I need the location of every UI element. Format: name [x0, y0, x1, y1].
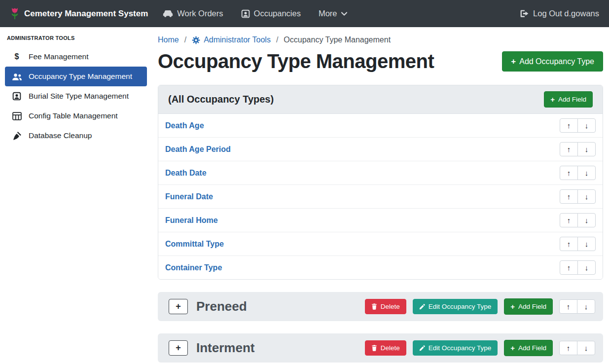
arrow-up-icon: ↑	[567, 263, 571, 272]
nav-work-orders-label: Work Orders	[177, 9, 223, 18]
sidebar-item-label: Fee Management	[29, 52, 89, 61]
field-row: Funeral Date ↑ ↓	[158, 185, 603, 209]
move-down-button[interactable]: ↓	[577, 237, 596, 251]
reorder-group: ↑ ↓	[560, 166, 596, 180]
add-field-button[interactable]: + Add Field	[504, 298, 553, 315]
move-up-button[interactable]: ↑	[560, 213, 578, 227]
person-frame-icon	[10, 92, 24, 101]
sidebar-item-fee-management[interactable]: $ Fee Management	[5, 47, 147, 67]
field-link-container-type[interactable]: Container Type	[165, 263, 222, 272]
broom-icon	[10, 131, 24, 141]
arrow-up-icon: ↑	[567, 121, 571, 130]
logout-link[interactable]: Log Out d.gowans	[520, 9, 599, 18]
delete-label: Delete	[381, 345, 400, 352]
move-down-button[interactable]: ↓	[577, 166, 596, 180]
breadcrumb: Home /	[158, 36, 603, 44]
add-occupancy-type-label: Add Occupancy Type	[519, 58, 594, 66]
section-preneed: + Preneed Delete Edit Occupancy Type +	[158, 292, 603, 321]
edit-occupancy-type-button[interactable]: Edit Occupancy Type	[413, 340, 498, 356]
pencil-icon	[419, 345, 425, 351]
field-row: Death Age Period ↑ ↓	[158, 138, 603, 161]
move-down-button[interactable]: ↓	[577, 142, 596, 156]
move-down-button[interactable]: ↓	[577, 213, 596, 227]
field-row: Death Date ↑ ↓	[158, 161, 603, 185]
car-icon	[163, 9, 173, 18]
add-field-label: Add Field	[518, 345, 546, 352]
section-title: Interment	[196, 340, 254, 356]
page-title: Occupancy Type Management	[158, 50, 434, 73]
plus-icon: +	[510, 303, 515, 310]
field-link-death-age-period[interactable]: Death Age Period	[165, 145, 231, 154]
nav-more[interactable]: More	[319, 9, 347, 18]
nav-work-orders[interactable]: Work Orders	[163, 9, 223, 18]
delete-button[interactable]: Delete	[365, 299, 406, 315]
move-up-button[interactable]: ↑	[560, 142, 578, 156]
sign-out-icon	[520, 9, 529, 18]
sidebar-item-config-table-management[interactable]: Config Table Management	[5, 106, 147, 126]
arrow-down-icon: ↓	[585, 145, 589, 153]
field-row: Funeral Home ↑ ↓	[158, 209, 603, 232]
section-actions: Delete Edit Occupancy Type + Add Field ↑…	[365, 298, 595, 315]
arrow-down-icon: ↓	[585, 169, 589, 177]
edit-occupancy-type-button[interactable]: Edit Occupancy Type	[413, 299, 498, 315]
sidebar-item-occupancy-type-management[interactable]: Occupancy Type Management	[5, 67, 147, 86]
move-down-button[interactable]: ↓	[577, 341, 595, 355]
edit-occupancy-type-label: Edit Occupancy Type	[429, 303, 491, 310]
field-row: Death Age ↑ ↓	[158, 114, 603, 138]
move-down-button[interactable]: ↓	[577, 260, 596, 275]
field-link-death-age[interactable]: Death Age	[165, 121, 204, 130]
move-up-button[interactable]: ↑	[560, 237, 578, 251]
breadcrumb-admin-tools-link[interactable]: Administrator Tools	[192, 36, 271, 44]
field-link-funeral-date[interactable]: Funeral Date	[165, 192, 213, 201]
move-down-button[interactable]: ↓	[577, 299, 595, 314]
nav-more-label: More	[319, 9, 337, 18]
section-interment: + Interment Delete Edit Occupancy Type +	[158, 333, 603, 363]
move-up-button[interactable]: ↑	[560, 189, 578, 204]
field-link-committal-type[interactable]: Committal Type	[165, 240, 224, 249]
arrow-up-icon: ↑	[567, 216, 571, 224]
reorder-group: ↑ ↓	[560, 260, 596, 275]
reorder-group: ↑ ↓	[559, 299, 595, 314]
move-up-button[interactable]: ↑	[559, 299, 577, 314]
reorder-group: ↑ ↓	[559, 341, 595, 355]
section-actions: Delete Edit Occupancy Type + Add Field ↑…	[365, 340, 595, 356]
move-down-button[interactable]: ↓	[577, 118, 596, 133]
sidebar-item-label: Config Table Management	[29, 111, 118, 120]
move-up-button[interactable]: ↑	[560, 260, 578, 275]
field-link-funeral-home[interactable]: Funeral Home	[165, 216, 218, 225]
arrow-up-icon: ↑	[567, 302, 571, 311]
expand-button[interactable]: +	[169, 340, 188, 356]
move-up-button[interactable]: ↑	[560, 166, 578, 180]
field-link-death-date[interactable]: Death Date	[165, 169, 207, 178]
arrow-up-icon: ↑	[567, 344, 571, 352]
nav-occupancies-label: Occupancies	[254, 9, 301, 18]
sidebar-item-database-cleanup[interactable]: Database Cleanup	[5, 126, 147, 146]
expand-button[interactable]: +	[169, 299, 188, 314]
sidebar: Administrator Tools $ Fee Management Occ…	[0, 27, 152, 364]
sidebar-heading: Administrator Tools	[0, 32, 152, 47]
arrow-up-icon: ↑	[567, 145, 571, 153]
all-occupancy-types-header: (All Occupancy Types) + Add Field	[158, 85, 603, 114]
add-field-button[interactable]: + Add Field	[504, 340, 553, 356]
breadcrumb-separator: /	[184, 36, 186, 44]
trash-icon	[371, 303, 377, 310]
sidebar-item-burial-site-type-management[interactable]: Burial Site Type Management	[5, 86, 147, 106]
delete-button[interactable]: Delete	[365, 340, 406, 356]
move-up-button[interactable]: ↑	[559, 341, 577, 355]
add-occupancy-type-button[interactable]: + Add Occupancy Type	[502, 51, 603, 72]
logout-label: Log Out d.gowans	[533, 9, 599, 18]
reorder-group: ↑ ↓	[560, 189, 596, 204]
plus-icon: +	[550, 96, 555, 103]
add-field-label: Add Field	[558, 96, 586, 103]
delete-label: Delete	[381, 303, 400, 310]
move-down-button[interactable]: ↓	[577, 189, 596, 204]
app-brand[interactable]: Cemetery Management System	[10, 7, 148, 20]
breadcrumb-home-link[interactable]: Home	[158, 36, 179, 44]
title-row: Occupancy Type Management + Add Occupanc…	[158, 50, 603, 73]
breadcrumb-admin-tools-label: Administrator Tools	[204, 36, 271, 44]
nav-occupancies[interactable]: Occupancies	[241, 9, 301, 18]
move-up-button[interactable]: ↑	[560, 118, 578, 133]
plus-icon: +	[510, 344, 515, 352]
add-field-button[interactable]: + Add Field	[544, 91, 593, 108]
all-occupancy-types-card: (All Occupancy Types) + Add Field Death …	[158, 85, 603, 280]
